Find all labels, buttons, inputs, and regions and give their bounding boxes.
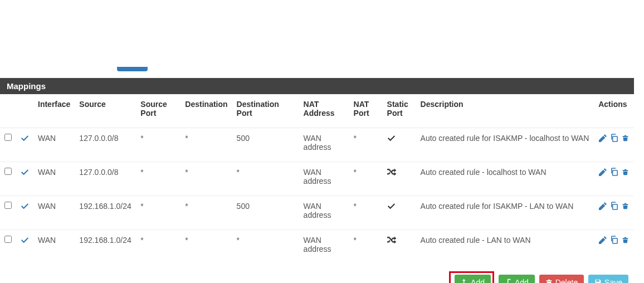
delete-row-icon[interactable] <box>622 236 629 245</box>
mappings-table: Interface Source Source Port Destination… <box>0 94 634 264</box>
panel-title: Mappings <box>0 78 634 94</box>
table-row: WAN 192.168.1.0/24 * * * WAN address * A… <box>0 230 634 264</box>
cell-static-port <box>383 162 416 196</box>
cell-destination: * <box>180 162 232 196</box>
check-icon <box>387 134 396 144</box>
cell-destination: * <box>180 196 232 230</box>
cell-description: Auto created rule - localhost to WAN <box>416 162 594 196</box>
cell-description: Auto created rule for ISAKMP - LAN to WA… <box>416 196 594 230</box>
copy-icon[interactable] <box>610 134 618 144</box>
cell-destination-port: 500 <box>232 196 299 230</box>
row-checkbox[interactable] <box>4 202 12 209</box>
col-source: Source <box>75 94 136 128</box>
enabled-check-icon[interactable] <box>21 202 29 212</box>
svg-rect-2 <box>613 204 617 209</box>
cell-nat-address: WAN address <box>299 196 349 230</box>
active-tab-indicator <box>117 67 148 71</box>
copy-icon[interactable] <box>610 236 618 246</box>
cell-source-port: * <box>136 128 180 162</box>
cell-static-port <box>383 196 416 230</box>
svg-rect-1 <box>613 170 617 175</box>
save-label: Save <box>604 278 622 283</box>
cell-interface: WAN <box>33 128 75 162</box>
col-description: Description <box>416 94 594 128</box>
cell-source-port: * <box>136 162 180 196</box>
cell-static-port <box>383 128 416 162</box>
col-destination: Destination <box>180 94 232 128</box>
cell-nat-address: WAN address <box>299 128 349 162</box>
table-row: WAN 127.0.0.0/8 * * * WAN address * Auto… <box>0 162 634 196</box>
col-actions: Actions <box>594 94 634 128</box>
cell-source: 192.168.1.0/24 <box>75 230 136 264</box>
add-top-button[interactable]: Add <box>455 275 491 283</box>
save-icon <box>594 279 602 283</box>
col-static-port: Static Port <box>383 94 416 128</box>
add-bottom-label: Add <box>515 278 529 283</box>
svg-rect-3 <box>613 238 617 243</box>
edit-icon[interactable] <box>599 236 607 246</box>
enabled-check-icon[interactable] <box>21 168 29 178</box>
check-icon <box>387 202 396 212</box>
cell-description: Auto created rule - LAN to WAN <box>416 230 594 264</box>
cell-destination: * <box>180 230 232 264</box>
edit-icon[interactable] <box>599 134 607 144</box>
cell-destination-port: 500 <box>232 128 299 162</box>
cell-static-port <box>383 230 416 264</box>
cell-destination: * <box>180 128 232 162</box>
cell-nat-port: * <box>349 230 383 264</box>
cell-source-port: * <box>136 230 180 264</box>
copy-icon[interactable] <box>610 202 618 212</box>
cell-nat-port: * <box>349 196 383 230</box>
cell-source-port: * <box>136 196 180 230</box>
level-up-icon <box>461 279 468 283</box>
cell-nat-port: * <box>349 162 383 196</box>
cell-interface: WAN <box>33 230 75 264</box>
level-down-icon <box>505 279 512 283</box>
col-nat-address: NAT Address <box>299 94 349 128</box>
cell-destination-port: * <box>232 162 299 196</box>
trash-icon <box>545 279 553 283</box>
col-interface: Interface <box>33 94 75 128</box>
random-icon <box>387 236 396 246</box>
edit-icon[interactable] <box>599 202 607 212</box>
add-bottom-button[interactable]: Add <box>499 275 535 283</box>
delete-row-icon[interactable] <box>622 134 629 143</box>
cell-nat-address: WAN address <box>299 162 349 196</box>
cell-description: Auto created rule for ISAKMP - localhost… <box>416 128 594 162</box>
col-nat-port: NAT Port <box>349 94 383 128</box>
random-icon <box>387 168 396 178</box>
save-button[interactable]: Save <box>588 275 628 283</box>
delete-row-icon[interactable] <box>622 168 629 177</box>
cell-source: 192.168.1.0/24 <box>75 196 136 230</box>
row-checkbox[interactable] <box>4 236 12 243</box>
table-row: WAN 192.168.1.0/24 * * 500 WAN address *… <box>0 196 634 230</box>
enabled-check-icon[interactable] <box>21 236 29 246</box>
add-top-label: Add <box>471 278 485 283</box>
copy-icon[interactable] <box>610 168 618 178</box>
cell-destination-port: * <box>232 230 299 264</box>
button-row: Add Add Delete Save <box>0 264 634 283</box>
col-source-port: Source Port <box>136 94 180 128</box>
svg-rect-0 <box>613 136 617 142</box>
enabled-check-icon[interactable] <box>21 134 29 144</box>
cell-interface: WAN <box>33 196 75 230</box>
row-checkbox[interactable] <box>4 168 12 175</box>
delete-row-icon[interactable] <box>622 202 629 211</box>
cell-nat-port: * <box>349 128 383 162</box>
edit-icon[interactable] <box>599 168 607 178</box>
delete-label: Delete <box>555 278 578 283</box>
cell-interface: WAN <box>33 162 75 196</box>
row-checkbox[interactable] <box>4 134 12 141</box>
cell-nat-address: WAN address <box>299 230 349 264</box>
col-destination-port: Destination Port <box>232 94 299 128</box>
mappings-panel: Mappings Interface Source Source Port De… <box>0 78 634 264</box>
highlight-box: Add <box>449 271 494 283</box>
table-row: WAN 127.0.0.0/8 * * 500 WAN address * Au… <box>0 128 634 162</box>
cell-source: 127.0.0.0/8 <box>75 162 136 196</box>
cell-source: 127.0.0.0/8 <box>75 128 136 162</box>
delete-button[interactable]: Delete <box>539 275 584 283</box>
